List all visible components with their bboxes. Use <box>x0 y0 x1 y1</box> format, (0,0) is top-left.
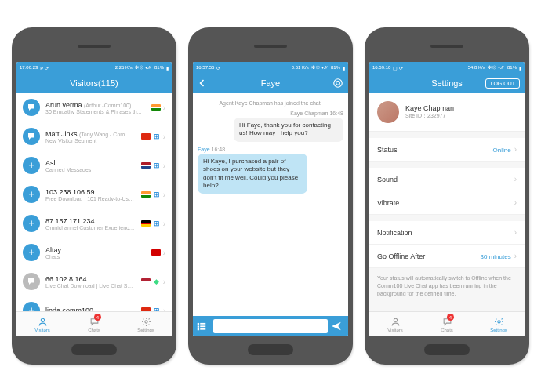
message-out: Kaye Chapman 16:48 Hi Faye, thank you fo… <box>198 111 343 142</box>
visitor-meta: › <box>151 103 165 112</box>
send-button[interactable] <box>331 321 345 332</box>
flag-icon <box>151 104 161 111</box>
row-label: Status <box>377 146 398 154</box>
back-button[interactable] <box>198 78 207 88</box>
tab-chats[interactable]: 4 Chats <box>421 312 473 336</box>
msg-time: 16:48 <box>329 111 343 116</box>
os-icon: ◆ <box>153 278 161 285</box>
gear-icon <box>494 317 504 327</box>
flag-icon <box>141 162 151 169</box>
header-title: Settings <box>431 78 463 88</box>
tab-visitors[interactable]: Visitors <box>369 312 421 336</box>
home-button[interactable] <box>424 344 470 355</box>
status-p-icon: ⟳ <box>216 65 220 71</box>
row-notification[interactable]: Notification › <box>369 221 525 245</box>
tab-settings[interactable]: Settings <box>473 312 525 336</box>
visitor-text: 103.238.106.59Free Download | 101 Ready-… <box>45 188 136 201</box>
header: Faye <box>193 73 348 93</box>
visitor-row[interactable]: +AsliCanned Messages⊞› <box>16 151 172 180</box>
visitor-row[interactable]: Matt Jinks (Tony Wang - Comm1...New Visi… <box>16 122 172 151</box>
visitor-name: 103.238.106.59 <box>45 188 136 196</box>
status-p-icon: P ⟳ <box>40 65 49 71</box>
visitors-list[interactable]: Arun verma (Arthur -Comm100)30 Empathy S… <box>16 93 172 311</box>
visitor-row[interactable]: +linda comm100⊞› <box>16 296 172 311</box>
row-label: Sound <box>377 176 398 183</box>
status-time: 16:59:10 <box>372 65 390 70</box>
row-sound[interactable]: Sound › <box>369 168 525 191</box>
menu-button[interactable] <box>196 321 210 332</box>
status-icons: ✻ ⦾ ▾⫻ <box>488 64 505 71</box>
visitor-meta: › <box>151 249 165 257</box>
chat-area: Agent Kaye Chapman has joined the chat. … <box>193 93 348 336</box>
svg-point-3 <box>336 82 340 85</box>
battery-icon: ▮ <box>519 65 521 71</box>
message-input[interactable] <box>213 319 328 333</box>
chevron-right-icon: › <box>514 228 517 237</box>
phone-visitors: 17:00:23P ⟳ 2.26 K/s✻ ⦾ ▾⫻81%▮ Visitors(… <box>12 27 176 365</box>
tab-visitors[interactable]: Visitors <box>16 312 68 336</box>
row-value: 30 minutes <box>481 253 511 260</box>
svg-rect-8 <box>200 325 205 327</box>
offline-note: Your status will automatically switch to… <box>369 268 525 311</box>
header-title: Visitors(115) <box>70 78 118 88</box>
row-offline[interactable]: Go Offline After 30 minutes› <box>369 245 525 268</box>
chat-log[interactable]: Agent Kaye Chapman has joined the chat. … <box>193 93 348 316</box>
msg-bubble: Hi Faye, thank you for contacting us! Ho… <box>234 118 343 142</box>
row-label: Vibrate <box>377 199 399 207</box>
row-label: Notification <box>377 229 412 237</box>
screen-settings: 16:59:10▢ ⟳ 54.8 K/s✻ ⦾ ▾⫻81%▮ Settings … <box>369 62 525 336</box>
user-icon <box>390 317 401 327</box>
phone-speaker <box>254 45 287 48</box>
visitor-text: 66.102.8.164Live Chat Download | Live Ch… <box>45 275 136 289</box>
msg-bubble: Hi Kaye, I purchased a pair of shoes on … <box>198 154 307 194</box>
chevron-right-icon: › <box>514 145 517 154</box>
phone-speaker <box>430 45 463 48</box>
phone-settings: 16:59:10▢ ⟳ 54.8 K/s✻ ⦾ ▾⫻81%▮ Settings … <box>365 27 529 365</box>
chats-badge: 4 <box>447 314 454 321</box>
visitor-row[interactable]: +87.157.171.234Omnichannel Customer Expe… <box>16 209 172 238</box>
message-in: Faye 16:48 Hi Kaye, I purchased a pair o… <box>198 147 343 194</box>
os-icon: ⊞ <box>153 132 161 140</box>
visitor-meta: ⊞› <box>141 132 165 141</box>
status-icons: ✻ ⦾ ▾⫻ <box>311 64 329 71</box>
visitor-icon: + <box>23 302 40 311</box>
os-icon: ⊞ <box>153 162 161 169</box>
settings-content: Kaye Chapman Site ID：232977 Status Onlin… <box>369 93 525 311</box>
visitor-text: 87.157.171.234Omnichannel Customer Exper… <box>45 217 136 230</box>
chats-badge: 4 <box>94 314 101 321</box>
row-vibrate[interactable]: Vibrate › <box>369 191 525 215</box>
visitor-name: Asli <box>45 159 136 167</box>
tab-label: Visitors <box>387 328 403 332</box>
visitor-desc: 30 Empathy Statements & Phrases th... <box>45 109 146 114</box>
visitor-text: AsliCanned Messages <box>45 159 136 172</box>
info-button[interactable] <box>332 78 343 89</box>
tab-label: Settings <box>137 328 154 332</box>
tab-chats[interactable]: 4 Chats <box>68 312 120 336</box>
visitor-icon: + <box>23 244 40 261</box>
logout-button[interactable]: LOG OUT <box>485 78 520 89</box>
visitor-row[interactable]: +AltayChats› <box>16 238 172 267</box>
flag-icon <box>151 249 161 256</box>
profile-name: Kaye Chapman <box>405 104 454 112</box>
tab-settings[interactable]: Settings <box>120 312 172 336</box>
home-button[interactable] <box>248 344 293 355</box>
visitor-meta: ◆› <box>141 278 165 286</box>
chevron-right-icon: › <box>163 278 165 286</box>
status-time: 17:00:23 <box>20 65 38 70</box>
gear-icon <box>141 317 151 327</box>
visitor-name: Matt Jinks (Tony Wang - Comm1... <box>45 130 136 138</box>
home-button[interactable] <box>71 344 117 355</box>
os-icon: ⊞ <box>153 191 161 198</box>
status-battery: 81% <box>331 65 340 70</box>
visitor-row[interactable]: +103.238.106.59Free Download | 101 Ready… <box>16 180 172 209</box>
status-speed: 54.8 K/s <box>468 65 485 70</box>
profile-row[interactable]: Kaye Chapman Site ID：232977 <box>369 93 525 132</box>
header: Settings LOG OUT <box>369 73 525 93</box>
visitor-row[interactable]: Arun verma (Arthur -Comm100)30 Empathy S… <box>16 93 172 122</box>
join-message: Agent Kaye Chapman has joined the chat. <box>198 100 343 106</box>
visitor-row[interactable]: 66.102.8.164Live Chat Download | Live Ch… <box>16 267 172 296</box>
row-status[interactable]: Status Online› <box>369 138 525 162</box>
tab-bar: Visitors 4 Chats Settings <box>16 311 172 336</box>
msg-name: Kaye Chapman <box>290 111 328 116</box>
section-gap <box>369 215 525 221</box>
